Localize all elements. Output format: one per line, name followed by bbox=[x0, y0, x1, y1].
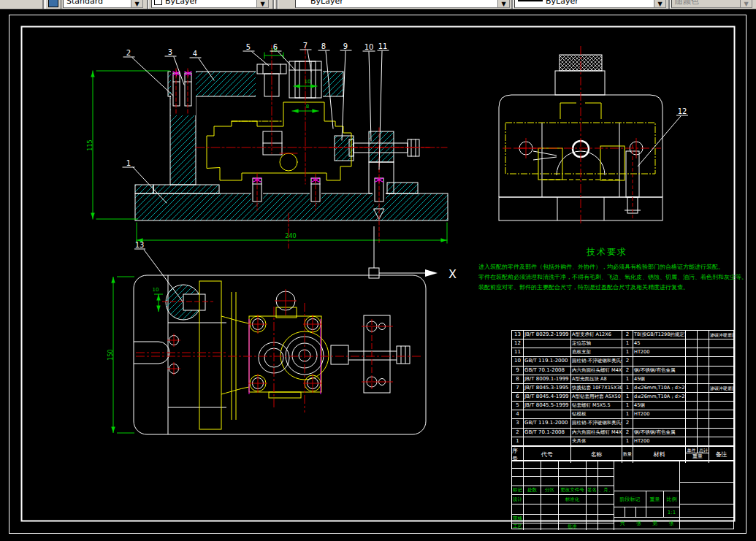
color-swatch-icon bbox=[154, 0, 162, 5]
bom-cell-w1 bbox=[686, 375, 698, 384]
bom-cell-material: 钢/不锈钢/有色金属 bbox=[633, 367, 686, 375]
titleblock-label: 分区 bbox=[541, 486, 559, 495]
bom-cell-remark bbox=[709, 419, 733, 428]
bom-cell-seq: 3 bbox=[512, 419, 524, 428]
titleblock-cell bbox=[541, 469, 559, 477]
titleblock-scale-value: 1:1 bbox=[664, 507, 680, 518]
title-block: 标记处数分区更改文件号签名年、月、日设计标准化审核工艺批准 阶段标记 重量 比例… bbox=[511, 460, 734, 529]
text-style-combo[interactable]: Standard ▼ bbox=[63, 0, 143, 8]
titleblock-cell bbox=[598, 495, 614, 504]
bom-cell-qty: 1 bbox=[622, 437, 633, 446]
combo-dropdown-icon[interactable]: ▼ bbox=[131, 0, 142, 7]
tech-req-title: 技术要求 bbox=[478, 246, 736, 258]
titleblock-revision-grid: 标记处数分区更改文件号签名年、月、日设计标准化审核工艺批准 bbox=[512, 461, 614, 529]
dim-plan-height: 150 bbox=[107, 349, 114, 360]
bom-cell-qty: 1 bbox=[622, 410, 633, 419]
bom-cell-seq: 12 bbox=[512, 339, 524, 348]
bom-cell-code bbox=[524, 339, 571, 348]
bom-cell-material: 45 bbox=[633, 339, 686, 348]
balloon-6: 6 bbox=[273, 43, 278, 51]
balloon-2: 2 bbox=[126, 49, 131, 57]
sheet-page-label: 第 bbox=[652, 520, 657, 527]
bom-cell-material: HT200 bbox=[633, 437, 686, 446]
titleblock-stage-cell bbox=[636, 507, 646, 518]
titleblock-cell bbox=[524, 477, 541, 486]
bom-cell-code: JB/T 8045.4-1999 bbox=[524, 393, 571, 402]
combo-dropdown-icon[interactable]: ▼ bbox=[654, 0, 665, 7]
side-view: 12 bbox=[499, 46, 688, 225]
titleblock-label: 年、月、日 bbox=[598, 486, 614, 495]
titleblock-label: 标准化 bbox=[559, 495, 587, 504]
bom-cell-w2 bbox=[698, 367, 709, 375]
bom-cell-name: 夹具体 bbox=[571, 437, 622, 446]
bom-cell-qty: 2 bbox=[622, 357, 633, 366]
titleblock-cell bbox=[559, 477, 587, 486]
titleblock-empty-box bbox=[680, 483, 733, 504]
sheet-label: 张 bbox=[668, 520, 673, 527]
bom-cell-qty: 1 bbox=[622, 393, 633, 402]
style-manager-button[interactable] bbox=[45, 0, 61, 9]
bom-cell-qty: 1 bbox=[622, 402, 633, 410]
combo-dropdown-icon[interactable]: ▼ bbox=[256, 0, 268, 7]
plotstyle-value: 随颜色 bbox=[672, 0, 740, 7]
titleblock-cell bbox=[512, 477, 524, 486]
bom-cell-code: GB/T 119.1-2000 bbox=[524, 357, 571, 366]
bom-cell-qty: 2 bbox=[622, 331, 633, 339]
color-combo[interactable]: ByLayer ▼ bbox=[151, 0, 269, 8]
titleblock-cell bbox=[598, 477, 614, 486]
dim-bore-lower: 8 bbox=[306, 104, 309, 110]
balloon-12: 12 bbox=[678, 107, 687, 115]
toolbar-separator bbox=[276, 0, 278, 9]
bom-cell-name: 内六角圆柱头螺钉 M4X10 bbox=[571, 367, 622, 375]
titleblock-cell bbox=[598, 523, 614, 530]
bom-cell-name: 底板支架 bbox=[571, 348, 622, 357]
linetype-combo[interactable]: ByLayer ▼ bbox=[295, 0, 510, 8]
bom-header-unit: 单件 bbox=[686, 447, 698, 453]
cad-viewport[interactable]: 115 240 10 10 8 bbox=[0, 9, 756, 536]
titleblock-label: 设计 bbox=[512, 495, 524, 504]
bom-cell-seq: 11 bbox=[512, 348, 524, 357]
titleblock-cell bbox=[598, 469, 614, 477]
bom-cell-w2 bbox=[698, 384, 709, 393]
bom-cell-qty: 1 bbox=[622, 348, 633, 357]
text-style-value: Standard bbox=[64, 0, 131, 6]
bom-rows: 13JB/T 8029.2-1999A型支承钉 A12X62T8(按GB/T12… bbox=[511, 330, 734, 447]
bom-cell-w1 bbox=[686, 384, 698, 393]
bom-cell-code bbox=[524, 348, 571, 357]
toolbar-separator bbox=[272, 0, 275, 9]
bom-cell-w2 bbox=[698, 339, 709, 348]
toolbar-separator bbox=[668, 0, 671, 9]
balloon-4: 4 bbox=[193, 50, 197, 58]
bom-cell-w1 bbox=[686, 339, 698, 348]
titleblock-cell bbox=[524, 461, 541, 469]
titleblock-cell bbox=[524, 495, 541, 504]
balloon-1: 1 bbox=[126, 159, 131, 167]
balloon-13: 13 bbox=[135, 241, 145, 249]
titleblock-empty-box bbox=[680, 504, 733, 518]
bom-cell-w1 bbox=[686, 429, 698, 437]
bom-cell-seq: 6 bbox=[512, 393, 524, 402]
bom-header-total: 总计 bbox=[698, 447, 709, 453]
toolbar-separator bbox=[147, 0, 149, 9]
dim-front-width: 240 bbox=[285, 233, 296, 239]
bom-cell-qty: 2 bbox=[622, 419, 633, 428]
dim-bore-upper: 10 bbox=[305, 79, 311, 85]
titleblock-cell bbox=[541, 523, 559, 530]
bom-cell-remark: 渗碳淬硬磨面 bbox=[709, 384, 733, 393]
titleblock-cell bbox=[598, 515, 614, 523]
titleblock-cell bbox=[587, 477, 598, 486]
bom-cell-material: HT200 bbox=[633, 348, 686, 357]
lineweight-combo[interactable]: ByLayer ▼ bbox=[514, 0, 666, 8]
bom-cell-qty: 2 bbox=[622, 429, 633, 437]
bom-cell-name: A型支承钉 A12X6 bbox=[571, 331, 622, 339]
titleblock-cell bbox=[587, 523, 598, 530]
titleblock-label: 标记 bbox=[512, 486, 524, 495]
combo-dropdown-icon[interactable]: ▼ bbox=[497, 0, 509, 7]
tech-req-line: 进入装配的零件及部件（包括外购件、外协件），均必须具有检验部门的合格证方能进行装… bbox=[478, 262, 736, 272]
titleblock-label: 工艺 bbox=[512, 523, 524, 530]
titleblock-stage-cell bbox=[614, 507, 625, 518]
bom-cell-w2 bbox=[698, 437, 709, 446]
titleblock-cell bbox=[559, 515, 587, 523]
plan-view: 150 10 13 X bbox=[107, 226, 457, 434]
titleblock-cell bbox=[587, 461, 598, 469]
